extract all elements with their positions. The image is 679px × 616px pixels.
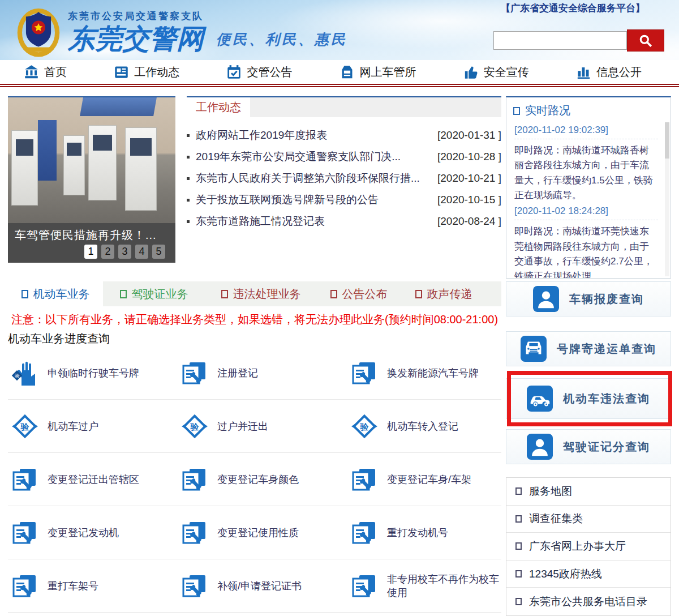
service-restamp-frame-number[interactable]: 重打车架号 [8, 572, 178, 600]
service-transfer-in[interactable]: 机动车转入登记 [347, 413, 501, 440]
search-input[interactable] [493, 31, 627, 50]
business-notice: 注意：以下所有业务，请正确选择业务类型，如果选错，将无法办理此业务(预约时间08… [8, 312, 501, 327]
news-title: 政府网站工作2019年度报表 [196, 128, 437, 143]
tab-violation-services[interactable]: 违法处理业务 [205, 281, 317, 306]
service-new-energy-plate[interactable]: 换发新能源汽车号牌 [347, 360, 501, 387]
newspaper-icon [114, 65, 129, 80]
query-vehicle-violation-button[interactable]: 机动车违法查询 [506, 378, 671, 419]
link-12345-hotline[interactable]: 12345政府热线 [506, 561, 671, 588]
nav-label: 首页 [44, 65, 67, 80]
right-sidebar: 车辆报废查询 号牌寄递运单查询 机动车违法查询 驾驶证记分查询 服务地图 调查征… [506, 281, 671, 616]
query-vehicle-scrap-button[interactable]: 车辆报废查询 [506, 281, 671, 316]
service-change-usage[interactable]: 变更登记使用性质 [178, 519, 347, 546]
doc-phone-icon [11, 572, 38, 600]
traffic-entry: 即时路况：南城街道环莞快速东莞植物园路段往东城方向，由于交通事故，行车缓慢约2.… [514, 224, 658, 279]
search-area [493, 29, 664, 52]
service-reissue-certificate[interactable]: 补领/申请登记证书 [178, 572, 347, 600]
carousel-page-3[interactable]: 3 [118, 245, 131, 259]
police-badge-icon [12, 4, 65, 57]
service-row: 变更登记迁出管辖区 变更登记车身颜色 变更登记车身/车架 [8, 453, 501, 506]
tab-work-news[interactable]: 工作动态 [187, 97, 250, 117]
news-item[interactable]: 政府网站工作2019年度报表 [2020-01-31 ] [187, 125, 501, 146]
traffic-header: 实时路况 [506, 97, 671, 122]
search-button[interactable] [627, 29, 664, 52]
service-restamp-engine-number[interactable]: 重打发动机号 [347, 519, 501, 546]
nav-item-home[interactable]: 首页 [24, 65, 67, 80]
bullet-icon [187, 220, 190, 223]
nav-label: 安全宣传 [484, 65, 529, 80]
news-date: [2020-10-21 ] [437, 172, 501, 185]
brand-block: 东莞市公安局交通警察支队 东莞交警网 便民、利民、惠民 [68, 10, 347, 53]
tab-vehicle-services[interactable]: 机动车业务 [8, 281, 103, 306]
query-license-points-button[interactable]: 驾驶证记分查询 [506, 429, 671, 464]
page: 东莞市公安局交通警察支队 东莞交警网 便民、利民、惠民 【广东省交通安全综合服务… [0, 0, 679, 616]
nav-item-traffic-notice[interactable]: 交管公告 [226, 65, 292, 80]
doc-phone-icon [11, 466, 38, 493]
photo-board [38, 120, 57, 181]
dashed-divider [514, 220, 658, 220]
service-transfer-out[interactable]: 过户并迁出 [178, 413, 347, 440]
scrollbar-thumb[interactable] [665, 122, 669, 159]
news-item[interactable]: 关于投放互联网预选号牌新号段的公告 [2020-10-15 ] [187, 189, 501, 211]
service-change-body-color[interactable]: 变更登记车身颜色 [178, 466, 347, 493]
square-bullet-icon [515, 598, 522, 605]
service-change-body-frame[interactable]: 变更登记车身/车架 [347, 466, 501, 493]
service-temp-plate[interactable]: 申领临时行驶车号牌 [8, 360, 178, 387]
platform-link[interactable]: 【广东省交通安全综合服务平台】 [501, 2, 645, 15]
link-service-map[interactable]: 服务地图 [506, 478, 671, 506]
tab-gov-voice[interactable]: 政声传递 [401, 281, 487, 306]
photo-kiosk [63, 135, 85, 196]
nav-item-online-dmv[interactable]: 网上车管所 [340, 65, 416, 80]
doc-phone-icon [181, 572, 208, 600]
progress-query-link[interactable]: 机动车业务进度查询 [8, 331, 501, 346]
tab-driver-license-services[interactable]: 驾驶证业务 [103, 281, 205, 306]
traffic-title: 实时路况 [525, 103, 570, 118]
traffic-scrollbar[interactable] [665, 122, 669, 276]
tab-label: 公告公布 [342, 286, 388, 302]
nav-item-safety[interactable]: 安全宣传 [463, 65, 529, 80]
dashed-divider [514, 139, 658, 139]
square-bullet-icon [221, 290, 228, 298]
tab-announcements[interactable]: 公告公布 [317, 281, 401, 306]
carousel-caption-bar: 车驾管便民措施再升级！... 1 2 3 4 5 [8, 223, 175, 263]
diamond-verify-icon [181, 413, 208, 440]
news-item[interactable]: 2019年东莞市公安局交通警察支队部门决... [2020-10-28 ] [187, 146, 501, 168]
link-public-phone-directory[interactable]: 东莞市公共服务电话目录 [506, 588, 671, 615]
carousel-page-4[interactable]: 4 [135, 245, 148, 259]
query-plate-delivery-button[interactable]: 号牌寄递运单查询 [506, 331, 671, 366]
news-date: [2020-10-15 ] [437, 194, 501, 206]
carousel-caption[interactable]: 车驾管便民措施再升级！... [15, 228, 169, 243]
doc-phone-icon [181, 360, 208, 387]
service-row: 申领临时行驶车号牌 注册登记 换发新能源汽车号牌 [8, 346, 501, 400]
service-change-jurisdiction[interactable]: 变更登记迁出管辖区 [8, 466, 178, 493]
carousel-photo[interactable] [8, 97, 175, 223]
diamond-verify-icon [351, 413, 378, 440]
doc-phone-icon [351, 519, 378, 546]
link-survey-collection[interactable]: 调查征集类 [506, 506, 671, 533]
news-date: [2020-10-28 ] [437, 151, 501, 163]
business-section: 机动车业务 驾驶证业务 违法处理业务 公告公布 政声传递 注意：以下所有业务，请… [8, 281, 501, 613]
live-traffic-panel: 实时路况 [2020-11-02 19:02:39] 即时路况：南城街道环城路香… [506, 96, 671, 279]
carousel-page-5[interactable]: 5 [152, 245, 165, 259]
site-slogan: 便民、利民、惠民 [216, 30, 347, 53]
doc-phone-icon [351, 360, 378, 387]
news-item[interactable]: 东莞市道路施工情况登记表 [2020-08-24 ] [187, 211, 501, 232]
service-school-bus-retire[interactable]: 非专用校车不再作为校车使用 [347, 572, 501, 600]
sidebar-links: 服务地图 调查征集类 广东省网上办事大厅 12345政府热线 东莞市公共服务电话… [506, 477, 671, 616]
nav-item-info-disclosure[interactable]: 信息公开 [576, 65, 642, 80]
doc-phone-icon [11, 519, 38, 546]
carousel-page-2[interactable]: 2 [101, 245, 114, 259]
news-title: 关于投放互联网预选号牌新号段的公告 [196, 192, 437, 207]
carousel-page-1[interactable]: 1 [84, 245, 97, 259]
thumbs-up-icon [463, 65, 479, 80]
site-title: 东莞交警网 [68, 25, 204, 53]
service-registration[interactable]: 注册登记 [178, 360, 347, 387]
doc-phone-icon [181, 466, 208, 493]
service-change-engine[interactable]: 变更登记发动机 [8, 519, 178, 546]
tab-label: 违法处理业务 [233, 286, 301, 302]
service-vehicle-transfer[interactable]: 机动车过户 [8, 413, 178, 440]
link-gd-online-hall[interactable]: 广东省网上办事大厅 [506, 533, 671, 561]
nav-item-work-news[interactable]: 工作动态 [114, 65, 179, 80]
bar-chart-icon [576, 65, 591, 80]
news-item[interactable]: 东莞市人民政府关于调整第六阶段环保限行措... [2020-10-21 ] [187, 168, 501, 189]
